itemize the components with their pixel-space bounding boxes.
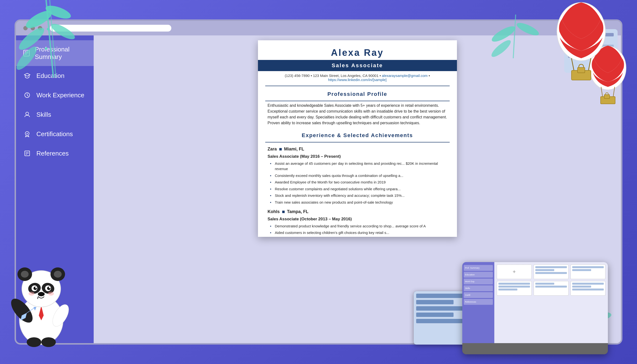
resume-divider-2 [265, 101, 450, 101]
sl-card-3 [497, 281, 532, 296]
resume-profile-section-title: Professional Profile [258, 88, 457, 99]
references-icon [23, 149, 32, 158]
sl-item-1: Prof. Summary [464, 265, 493, 271]
resume-job-1-bullet [279, 148, 282, 150]
resume-address: 123 Main Street, Los Angeles, CA 90001 [313, 74, 378, 78]
svg-line-11 [588, 58, 591, 70]
sl-item-3: Work Exp. [464, 278, 493, 284]
svg-point-63 [515, 20, 540, 38]
resume-job-1-bullet-5: Stock and replenish inventory with effic… [270, 193, 447, 198]
tablet-bar-3 [416, 306, 470, 310]
tablet-bar-4 [416, 312, 454, 317]
tablet-bar-5 [416, 319, 470, 323]
resume-job-1-company-name: Zara [268, 146, 277, 152]
resume-job-1-role: Sales Associate (May 2016 – Present) [268, 153, 447, 160]
resume-name: Alexa Ray [258, 40, 457, 60]
resume-job-1-bullet-6: Train new sales associates on new produc… [270, 200, 447, 205]
resume-job-1-bullet-1: Assist an average of 45 customers per da… [270, 161, 447, 172]
svg-line-61 [513, 14, 516, 58]
svg-point-36 [27, 337, 41, 347]
sl-card-1 [534, 264, 568, 279]
resume-job-1-bullet-4: Resolve customer complaints and negotiat… [270, 186, 447, 192]
sidebar-item-references[interactable]: References [16, 144, 94, 163]
resume-phone: (123) 456-7890 [285, 74, 310, 78]
resume-job-1-bullet-2: Consistently exceed monthly sales quota … [270, 173, 447, 178]
svg-line-10 [572, 58, 574, 70]
sl-card-2 [570, 264, 606, 279]
resume-job-2-company: Kohls Tampa, FL [268, 208, 447, 215]
sl-item-2: Education [464, 272, 493, 278]
svg-point-42 [54, 271, 62, 278]
balloon-decoration-1 [554, 0, 608, 84]
svg-point-51 [38, 292, 45, 296]
resume-job-1-company: Zara Miami, FL [268, 146, 447, 152]
resume-job-title: Sales Associate [258, 60, 457, 71]
resume-divider-1 [265, 86, 450, 86]
resume-job-1-location: Miami, FL [284, 146, 304, 152]
svg-point-50 [49, 287, 50, 288]
tablet-bar-2 [416, 300, 454, 304]
work-experience-icon [23, 91, 32, 100]
sidebar-label-references: References [36, 150, 69, 157]
resume-paper: Alexa Ray Sales Associate (123) 456-7890… [258, 40, 457, 237]
sl-item-5: Certif. [464, 292, 493, 298]
resume-job-2-company-name: Kohls [268, 208, 280, 215]
sidebar-label-skills: Skills [36, 111, 51, 118]
svg-rect-19 [604, 95, 610, 98]
sidebar-item-certifications[interactable]: Certifications [16, 124, 94, 144]
sl-card-4 [534, 281, 568, 296]
sl-item-4: Skills [464, 286, 493, 291]
svg-point-7 [45, 47, 47, 50]
resume-contact: (123) 456-7890 ▪ 123 Main Street, Los An… [258, 71, 457, 84]
deco-leaves-top-right [492, 14, 540, 59]
resume-job-1-bullet-3: Awarded Employee of the Month for two co… [270, 180, 447, 185]
resume-job-2-bullet-2: Aided customers in selecting children's … [270, 230, 447, 236]
svg-point-53 [48, 292, 54, 296]
svg-rect-14 [578, 68, 585, 73]
svg-point-49 [35, 287, 37, 288]
small-laptop-sidebar: Prof. Summary Education Work Exp. Skills… [462, 262, 494, 343]
small-laptop-screen: Prof. Summary Education Work Exp. Skills… [462, 262, 608, 343]
resume-divider-3 [265, 142, 450, 142]
resume-job-2-role: Sales Associate (October 2013 – May 2016… [268, 216, 447, 222]
sl-item-6: References [464, 299, 493, 305]
resume-job-1-bullets: Assist an average of 45 customers per da… [268, 161, 447, 205]
resume-linkedin[interactable]: https://www.linkedin.com/in/[sample] [328, 78, 386, 82]
svg-point-62 [492, 24, 517, 44]
resume-experience-body: Zara Miami, FL Sales Associate (May 2016… [258, 146, 457, 236]
resume-job-2-location: Tampa, FL [287, 208, 309, 215]
tablet-bar-1 [416, 294, 470, 298]
sidebar-label-work-experience: Work Experience [36, 92, 84, 99]
sl-card-plus: + [497, 264, 532, 279]
resume-exp-section-title: Experience & Selected Achievements [258, 129, 457, 140]
certifications-icon [23, 130, 32, 138]
small-laptop-main: + [494, 262, 608, 343]
resume-profile-body: Enthusiastic and knowledgeable Sales Ass… [258, 103, 457, 126]
resume-profile-text: Enthusiastic and knowledgeable Sales Ass… [268, 103, 447, 126]
sidebar-label-certifications: Certifications [36, 130, 73, 138]
sidebar-item-skills[interactable]: Skills [16, 105, 94, 124]
resume-job-2-bullet-1: Demonstrated product knowledge and frien… [270, 224, 447, 229]
svg-point-52 [29, 292, 34, 296]
deco-leaves-top-left [10, 0, 87, 78]
resume-job-2-bullets: Demonstrated product knowledge and frien… [268, 224, 447, 236]
svg-point-8 [47, 28, 49, 30]
sl-card-5 [570, 281, 606, 296]
svg-point-41 [21, 271, 29, 278]
skills-icon [23, 110, 32, 119]
svg-point-5 [49, 21, 77, 42]
svg-point-37 [41, 337, 56, 347]
panda-mascot [7, 252, 75, 350]
svg-point-25 [26, 112, 29, 115]
small-laptop-decoration: Prof. Summary Education Work Exp. Skills… [462, 262, 608, 354]
resume-job-2-bullet [282, 211, 285, 213]
small-laptop-base [462, 343, 608, 354]
sidebar-item-work-experience[interactable]: Work Experience [16, 86, 94, 105]
resume-email[interactable]: alexaraysample@gmail.com [382, 74, 428, 78]
